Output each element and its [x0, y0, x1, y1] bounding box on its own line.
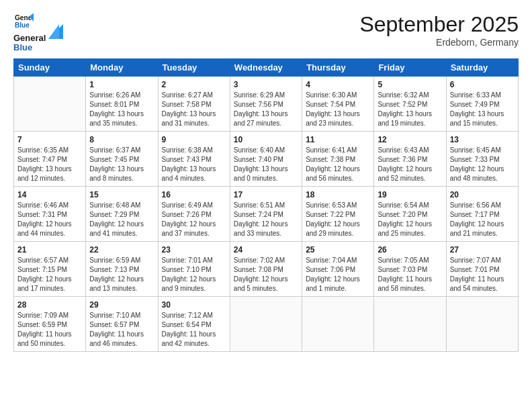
- day-number: 4: [306, 79, 370, 91]
- day-info: Sunrise: 6:27 AM Sunset: 7:58 PM Dayligh…: [162, 91, 226, 128]
- weekday-header-friday: Friday: [374, 58, 446, 76]
- day-number: 21: [17, 244, 82, 256]
- day-info: Sunrise: 7:12 AM Sunset: 6:54 PM Dayligh…: [162, 311, 226, 348]
- day-number: 22: [89, 244, 154, 256]
- calendar-cell: 3Sunrise: 6:29 AM Sunset: 7:56 PM Daylig…: [230, 76, 302, 131]
- logo-general: General: [13, 33, 46, 43]
- day-number: 3: [234, 79, 298, 91]
- day-number: 7: [17, 134, 82, 146]
- day-info: Sunrise: 7:10 AM Sunset: 6:57 PM Dayligh…: [89, 311, 154, 348]
- calendar-cell: 28Sunrise: 7:09 AM Sunset: 6:59 PM Dayli…: [14, 296, 86, 351]
- calendar-cell: 6Sunrise: 6:33 AM Sunset: 7:49 PM Daylig…: [446, 76, 518, 131]
- calendar-cell: 5Sunrise: 6:32 AM Sunset: 7:52 PM Daylig…: [374, 76, 446, 131]
- day-number: 1: [89, 79, 154, 91]
- calendar-cell: 19Sunrise: 6:54 AM Sunset: 7:20 PM Dayli…: [374, 186, 446, 241]
- calendar-cell: 29Sunrise: 7:10 AM Sunset: 6:57 PM Dayli…: [86, 296, 158, 351]
- svg-marker-4: [48, 24, 59, 39]
- calendar-page: General Blue General Blue September 2025…: [0, 0, 532, 411]
- day-info: Sunrise: 6:26 AM Sunset: 8:01 PM Dayligh…: [89, 91, 154, 128]
- day-number: 27: [450, 244, 515, 256]
- calendar-cell: 12Sunrise: 6:43 AM Sunset: 7:36 PM Dayli…: [374, 131, 446, 186]
- calendar-cell: 30Sunrise: 7:12 AM Sunset: 6:54 PM Dayli…: [158, 296, 230, 351]
- weekday-header-saturday: Saturday: [446, 58, 518, 76]
- calendar-cell: 21Sunrise: 6:57 AM Sunset: 7:15 PM Dayli…: [14, 241, 86, 296]
- location-subtitle: Erdeborn, Germany: [359, 37, 519, 48]
- calendar-week-row: 7Sunrise: 6:35 AM Sunset: 7:47 PM Daylig…: [14, 131, 519, 186]
- day-number: 13: [450, 134, 515, 146]
- day-info: Sunrise: 6:30 AM Sunset: 7:54 PM Dayligh…: [306, 91, 370, 128]
- day-info: Sunrise: 6:51 AM Sunset: 7:24 PM Dayligh…: [234, 201, 298, 238]
- day-number: 8: [89, 134, 154, 146]
- day-info: Sunrise: 6:54 AM Sunset: 7:20 PM Dayligh…: [378, 201, 442, 238]
- day-number: 2: [162, 79, 226, 91]
- logo-triangle-icon: [48, 24, 63, 39]
- weekday-header-wednesday: Wednesday: [230, 58, 302, 76]
- day-info: Sunrise: 6:37 AM Sunset: 7:45 PM Dayligh…: [89, 146, 154, 183]
- day-info: Sunrise: 6:48 AM Sunset: 7:29 PM Dayligh…: [89, 201, 154, 238]
- day-number: 30: [162, 300, 226, 311]
- day-number: 18: [306, 189, 370, 201]
- calendar-cell: 8Sunrise: 6:37 AM Sunset: 7:45 PM Daylig…: [86, 131, 158, 186]
- calendar-cell: 22Sunrise: 6:59 AM Sunset: 7:13 PM Dayli…: [86, 241, 158, 296]
- day-number: 25: [306, 244, 370, 256]
- calendar-week-row: 28Sunrise: 7:09 AM Sunset: 6:59 PM Dayli…: [14, 296, 519, 351]
- day-info: Sunrise: 6:29 AM Sunset: 7:56 PM Dayligh…: [234, 91, 298, 128]
- day-number: 10: [234, 134, 298, 146]
- day-info: Sunrise: 6:32 AM Sunset: 7:52 PM Dayligh…: [378, 91, 442, 128]
- weekday-header-thursday: Thursday: [302, 58, 374, 76]
- day-info: Sunrise: 6:53 AM Sunset: 7:22 PM Dayligh…: [306, 201, 370, 238]
- calendar-cell: 16Sunrise: 6:49 AM Sunset: 7:26 PM Dayli…: [158, 186, 230, 241]
- title-block: September 2025 Erdeborn, Germany: [359, 12, 519, 48]
- calendar-cell: 2Sunrise: 6:27 AM Sunset: 7:58 PM Daylig…: [158, 76, 230, 131]
- calendar-cell: [14, 76, 86, 131]
- weekday-header-monday: Monday: [86, 58, 158, 76]
- calendar-cell: [374, 296, 446, 351]
- day-number: 23: [162, 244, 226, 256]
- day-number: 19: [378, 189, 442, 201]
- day-number: 29: [89, 300, 154, 311]
- calendar-cell: 11Sunrise: 6:41 AM Sunset: 7:38 PM Dayli…: [302, 131, 374, 186]
- calendar-cell: [302, 296, 374, 351]
- calendar-cell: 14Sunrise: 6:46 AM Sunset: 7:31 PM Dayli…: [14, 186, 86, 241]
- calendar-cell: 18Sunrise: 6:53 AM Sunset: 7:22 PM Dayli…: [302, 186, 374, 241]
- day-number: 16: [162, 189, 226, 201]
- calendar-header-row: SundayMondayTuesdayWednesdayThursdayFrid…: [14, 58, 519, 76]
- day-info: Sunrise: 6:41 AM Sunset: 7:38 PM Dayligh…: [306, 146, 370, 183]
- day-info: Sunrise: 6:38 AM Sunset: 7:43 PM Dayligh…: [162, 146, 226, 183]
- day-info: Sunrise: 6:40 AM Sunset: 7:40 PM Dayligh…: [234, 146, 298, 183]
- calendar-cell: 23Sunrise: 7:01 AM Sunset: 7:10 PM Dayli…: [158, 241, 230, 296]
- calendar-week-row: 14Sunrise: 6:46 AM Sunset: 7:31 PM Dayli…: [14, 186, 519, 241]
- weekday-header-sunday: Sunday: [14, 58, 86, 76]
- calendar-cell: 10Sunrise: 6:40 AM Sunset: 7:40 PM Dayli…: [230, 131, 302, 186]
- day-info: Sunrise: 7:09 AM Sunset: 6:59 PM Dayligh…: [17, 311, 82, 348]
- day-number: 20: [450, 189, 515, 201]
- page-header: General Blue General Blue September 2025…: [13, 12, 519, 53]
- day-number: 6: [450, 79, 515, 91]
- calendar-cell: 1Sunrise: 6:26 AM Sunset: 8:01 PM Daylig…: [86, 76, 158, 131]
- day-number: 26: [378, 244, 442, 256]
- calendar-cell: [230, 296, 302, 351]
- calendar-table: SundayMondayTuesdayWednesdayThursdayFrid…: [13, 58, 519, 352]
- calendar-cell: 25Sunrise: 7:04 AM Sunset: 7:06 PM Dayli…: [302, 241, 374, 296]
- calendar-cell: 17Sunrise: 6:51 AM Sunset: 7:24 PM Dayli…: [230, 186, 302, 241]
- day-number: 28: [17, 300, 82, 311]
- day-info: Sunrise: 7:05 AM Sunset: 7:03 PM Dayligh…: [378, 256, 442, 293]
- weekday-header-tuesday: Tuesday: [158, 58, 230, 76]
- day-info: Sunrise: 6:49 AM Sunset: 7:26 PM Dayligh…: [162, 201, 226, 238]
- calendar-cell: 24Sunrise: 7:02 AM Sunset: 7:08 PM Dayli…: [230, 241, 302, 296]
- day-info: Sunrise: 7:01 AM Sunset: 7:10 PM Dayligh…: [162, 256, 226, 293]
- calendar-cell: 15Sunrise: 6:48 AM Sunset: 7:29 PM Dayli…: [86, 186, 158, 241]
- day-info: Sunrise: 6:56 AM Sunset: 7:17 PM Dayligh…: [450, 201, 515, 238]
- day-info: Sunrise: 6:46 AM Sunset: 7:31 PM Dayligh…: [17, 201, 82, 238]
- day-number: 15: [89, 189, 154, 201]
- calendar-cell: [446, 296, 518, 351]
- day-number: 12: [378, 134, 442, 146]
- day-number: 14: [17, 189, 82, 201]
- day-info: Sunrise: 7:04 AM Sunset: 7:06 PM Dayligh…: [306, 256, 370, 293]
- day-number: 9: [162, 134, 226, 146]
- svg-text:Blue: Blue: [15, 21, 30, 29]
- day-number: 24: [234, 244, 298, 256]
- calendar-cell: 13Sunrise: 6:45 AM Sunset: 7:33 PM Dayli…: [446, 131, 518, 186]
- day-info: Sunrise: 7:02 AM Sunset: 7:08 PM Dayligh…: [234, 256, 298, 293]
- calendar-week-row: 21Sunrise: 6:57 AM Sunset: 7:15 PM Dayli…: [14, 241, 519, 296]
